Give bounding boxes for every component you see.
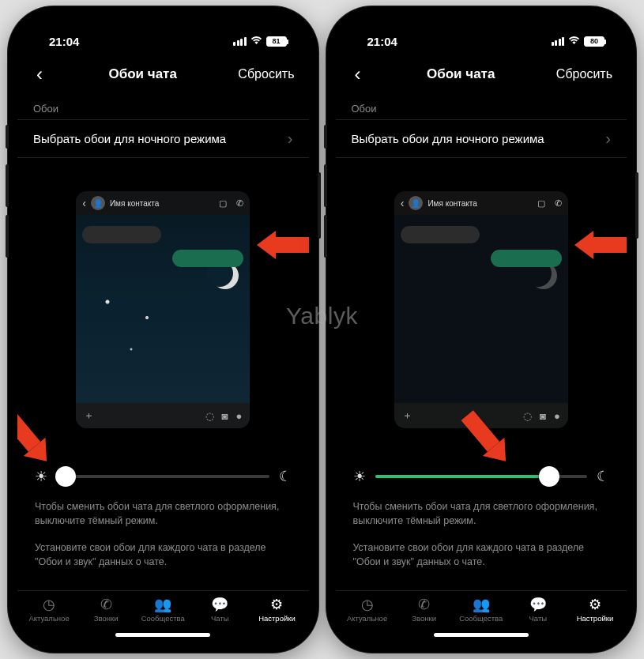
- cellular-icon: [552, 37, 565, 46]
- chevron-right-icon: ›: [605, 130, 611, 148]
- tab-communities[interactable]: 👥Сообщества: [134, 597, 191, 623]
- hint-text-2: Установите свои обои для каждого чата в …: [17, 534, 309, 575]
- tab-calls[interactable]: ✆Звонки: [396, 597, 453, 623]
- annotation-arrow: [257, 231, 309, 259]
- tab-bar: ◷Актуальное ✆Звонки 👥Сообщества 💬Чаты ⚙Н…: [17, 590, 309, 626]
- preview-incoming-bubble: [401, 226, 480, 243]
- status-bar: 21:04 81: [17, 16, 309, 60]
- tab-settings[interactable]: ⚙Настройки: [248, 597, 305, 623]
- section-header: Обои: [336, 95, 627, 119]
- home-indicator: [336, 626, 627, 643]
- preview-video-icon: ▢: [219, 198, 227, 209]
- choose-wallpaper-row[interactable]: Выбрать обои для ночного режима ›: [336, 119, 627, 158]
- cellular-icon: [233, 37, 247, 46]
- sun-icon: ☀: [353, 468, 366, 485]
- preview-back-icon: ‹: [401, 197, 405, 209]
- chats-icon: 💬: [211, 597, 228, 612]
- status-time: 21:04: [367, 35, 397, 48]
- chevron-right-icon: ›: [288, 130, 293, 148]
- status-time: 21:04: [49, 35, 79, 48]
- dimming-slider[interactable]: [375, 475, 588, 478]
- preview-sticker-icon: ◌: [205, 410, 214, 422]
- phone-icon: ✆: [100, 597, 112, 612]
- tab-communities[interactable]: 👥Сообщества: [453, 597, 510, 623]
- reset-button[interactable]: Сбросить: [238, 67, 294, 81]
- tab-updates[interactable]: ◷Актуальное: [339, 597, 396, 623]
- chat-preview-panel: ‹ 👤 Имя контакта ▢ ✆ ＋ ◌ ◙ ●: [76, 191, 250, 428]
- preview-sticker-icon: ◌: [523, 410, 532, 422]
- status-bar: 21:04 80: [336, 16, 627, 60]
- tab-settings[interactable]: ⚙Настройки: [567, 597, 623, 623]
- communities-icon: 👥: [473, 597, 490, 612]
- wallpaper-preview: ‹ 👤 Имя контакта ▢ ✆ ＋ ◌ ◙ ●: [336, 158, 627, 455]
- moon-small-icon: ☾: [597, 468, 609, 485]
- choose-wallpaper-label: Выбрать обои для ночного режима: [33, 132, 226, 145]
- preview-camera-icon: ◙: [222, 410, 228, 422]
- phone-right-frame: 21:04 80 ‹ Обои чата Сбросить Обои Выбра…: [326, 6, 637, 653]
- dimming-slider-row: ☀ ☾: [17, 455, 309, 493]
- battery-icon: 80: [584, 36, 604, 47]
- gear-icon: ⚙: [270, 597, 283, 612]
- preview-outgoing-bubble: [172, 250, 243, 267]
- preview-video-icon: ▢: [537, 198, 545, 209]
- preview-input-bar: ＋ ◌ ◙ ●: [394, 403, 568, 428]
- choose-wallpaper-label: Выбрать обои для ночного режима: [352, 132, 544, 145]
- page-title: Обои чата: [427, 66, 495, 82]
- gear-icon: ⚙: [589, 597, 601, 612]
- communities-icon: 👥: [154, 597, 171, 612]
- tab-chats[interactable]: 💬Чаты: [191, 597, 248, 623]
- nav-bar: ‹ Обои чата Сбросить: [17, 60, 309, 95]
- preview-contact-name: Имя контакта: [427, 199, 476, 208]
- back-button[interactable]: ‹: [32, 63, 47, 85]
- wifi-icon: [568, 36, 580, 47]
- screen-left: 21:04 81 ‹ Обои чата Сбросить Обои Выбра…: [17, 16, 309, 643]
- preview-mic-icon: ●: [554, 410, 560, 422]
- choose-wallpaper-row[interactable]: Выбрать обои для ночного режима ›: [17, 119, 309, 158]
- hint-text-1: Чтобы сменить обои чата для светлого офо…: [336, 493, 627, 534]
- wallpaper-preview: ‹ 👤 Имя контакта ▢ ✆ ＋ ◌ ◙ ●: [17, 158, 309, 455]
- moon-small-icon: ☾: [279, 468, 292, 485]
- battery-icon: 81: [266, 36, 287, 47]
- tab-calls[interactable]: ✆Звонки: [77, 597, 134, 623]
- tab-chats[interactable]: 💬Чаты: [510, 597, 567, 623]
- sun-icon: ☀: [35, 468, 47, 485]
- chat-preview-panel: ‹ 👤 Имя контакта ▢ ✆ ＋ ◌ ◙ ●: [394, 191, 568, 428]
- preview-mic-icon: ●: [235, 410, 242, 422]
- dimming-slider-row: ☀ ☾: [336, 455, 627, 493]
- home-indicator: [17, 626, 309, 643]
- annotation-arrow: [574, 231, 627, 259]
- reset-button[interactable]: Сбросить: [556, 67, 612, 81]
- preview-camera-icon: ◙: [540, 410, 546, 422]
- updates-icon: ◷: [43, 597, 55, 612]
- preview-plus-icon: ＋: [402, 409, 412, 423]
- hint-text-2: Установите свои обои для каждого чата в …: [336, 534, 627, 575]
- tab-bar: ◷Актуальное ✆Звонки 👥Сообщества 💬Чаты ⚙Н…: [336, 590, 627, 626]
- back-button[interactable]: ‹: [350, 63, 366, 85]
- screen-right: 21:04 80 ‹ Обои чата Сбросить Обои Выбра…: [336, 16, 627, 643]
- updates-icon: ◷: [361, 597, 374, 612]
- chats-icon: 💬: [529, 597, 547, 612]
- hint-text-1: Чтобы сменить обои чата для светлого офо…: [17, 493, 309, 534]
- preview-outgoing-bubble: [491, 250, 562, 267]
- preview-incoming-bubble: [82, 226, 161, 243]
- preview-chat-header: ‹ 👤 Имя контакта ▢ ✆: [394, 191, 568, 215]
- preview-contact-name: Имя контакта: [110, 199, 159, 208]
- preview-input-bar: ＋ ◌ ◙ ●: [76, 403, 250, 428]
- phone-left-frame: 21:04 81 ‹ Обои чата Сбросить Обои Выбра…: [8, 6, 318, 653]
- section-header: Обои: [17, 95, 309, 119]
- preview-call-icon: ✆: [236, 198, 243, 209]
- preview-avatar-icon: 👤: [91, 196, 105, 210]
- preview-plus-icon: ＋: [84, 409, 94, 423]
- dimming-slider[interactable]: [57, 475, 269, 478]
- phone-icon: ✆: [418, 597, 430, 612]
- preview-back-icon: ‹: [82, 197, 86, 209]
- preview-call-icon: ✆: [555, 198, 562, 209]
- nav-bar: ‹ Обои чата Сбросить: [336, 60, 627, 95]
- tab-updates[interactable]: ◷Актуальное: [21, 597, 77, 623]
- preview-avatar-icon: 👤: [409, 196, 423, 210]
- page-title: Обои чата: [108, 66, 176, 82]
- preview-chat-header: ‹ 👤 Имя контакта ▢ ✆: [76, 191, 250, 215]
- wifi-icon: [250, 36, 262, 47]
